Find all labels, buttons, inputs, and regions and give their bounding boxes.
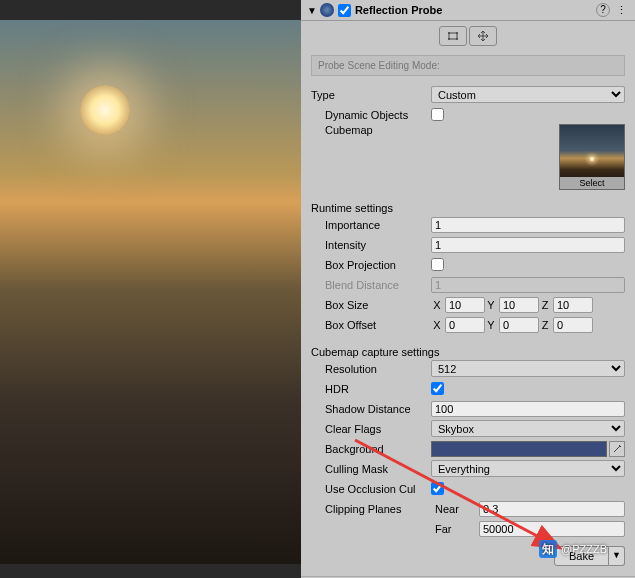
importance-field[interactable] bbox=[431, 217, 625, 233]
resolution-label: Resolution bbox=[325, 363, 431, 375]
editing-mode-label: Probe Scene Editing Mode: bbox=[311, 55, 625, 76]
far-field[interactable] bbox=[479, 521, 625, 537]
box-offset-label: Box Offset bbox=[325, 319, 431, 331]
x-label: X bbox=[431, 299, 445, 311]
clear-flags-label: Clear Flags bbox=[325, 423, 431, 435]
z-label: Z bbox=[539, 299, 553, 311]
bake-button[interactable]: Bake bbox=[554, 546, 609, 566]
scene-statusbar bbox=[0, 564, 301, 578]
eyedropper-button[interactable] bbox=[609, 441, 625, 457]
type-dropdown[interactable]: Custom bbox=[431, 86, 625, 103]
component-title: Reflection Probe bbox=[355, 4, 596, 16]
far-label: Far bbox=[431, 523, 479, 535]
reflection-probe-icon bbox=[320, 3, 334, 17]
move-icon bbox=[476, 30, 490, 42]
z-label: Z bbox=[539, 319, 553, 331]
component-enable-checkbox[interactable] bbox=[338, 4, 351, 17]
blend-distance-field bbox=[431, 277, 625, 293]
runtime-section-label: Runtime settings bbox=[311, 202, 445, 214]
resolution-dropdown[interactable]: 512 bbox=[431, 360, 625, 377]
component-menu-icon[interactable]: ⋮ bbox=[613, 4, 629, 17]
scene-sun-icon bbox=[80, 85, 130, 135]
edit-origin-button[interactable] bbox=[469, 26, 497, 46]
dynamic-objects-checkbox[interactable] bbox=[431, 108, 444, 121]
near-label: Near bbox=[431, 503, 479, 515]
box-projection-checkbox[interactable] bbox=[431, 258, 444, 271]
eyedropper-icon bbox=[612, 444, 622, 454]
fold-toggle-icon[interactable]: ▼ bbox=[307, 5, 317, 16]
shadow-distance-field[interactable] bbox=[431, 401, 625, 417]
clipping-planes-label: Clipping Planes bbox=[325, 503, 431, 515]
box-size-x-field[interactable] bbox=[445, 297, 485, 313]
help-icon[interactable]: ? bbox=[596, 3, 610, 17]
cubemap-label: Cubemap bbox=[325, 124, 431, 136]
shadow-distance-label: Shadow Distance bbox=[325, 403, 431, 415]
capture-section-label: Cubemap capture settings bbox=[311, 346, 491, 358]
box-offset-z-field[interactable] bbox=[553, 317, 593, 333]
dynamic-objects-label: Dynamic Objects bbox=[325, 109, 431, 121]
clear-flags-dropdown[interactable]: Skybox bbox=[431, 420, 625, 437]
scene-view[interactable] bbox=[0, 0, 301, 578]
hdr-checkbox[interactable] bbox=[431, 382, 444, 395]
hdr-label: HDR bbox=[325, 383, 431, 395]
scene-toolbar bbox=[0, 0, 301, 20]
intensity-field[interactable] bbox=[431, 237, 625, 253]
svg-point-1 bbox=[448, 32, 450, 34]
near-field[interactable] bbox=[479, 501, 625, 517]
edit-bounds-button[interactable] bbox=[439, 26, 467, 46]
box-size-label: Box Size bbox=[325, 299, 431, 311]
cubemap-select-label: Select bbox=[560, 177, 624, 189]
cubemap-thumbnail-icon bbox=[590, 157, 594, 161]
bounds-icon bbox=[446, 30, 460, 42]
box-size-y-field[interactable] bbox=[499, 297, 539, 313]
box-offset-y-field[interactable] bbox=[499, 317, 539, 333]
culling-mask-dropdown[interactable]: Everything bbox=[431, 460, 625, 477]
svg-point-4 bbox=[456, 38, 458, 40]
box-size-z-field[interactable] bbox=[553, 297, 593, 313]
importance-label: Importance bbox=[325, 219, 431, 231]
component-header: ▼ Reflection Probe ? ⋮ bbox=[301, 0, 635, 21]
use-occlusion-checkbox[interactable] bbox=[431, 482, 444, 495]
box-projection-label: Box Projection bbox=[325, 259, 431, 271]
blend-distance-label: Blend Distance bbox=[325, 279, 431, 291]
svg-point-3 bbox=[448, 38, 450, 40]
svg-point-2 bbox=[456, 32, 458, 34]
culling-mask-label: Culling Mask bbox=[325, 463, 431, 475]
type-label: Type bbox=[311, 89, 431, 101]
box-offset-x-field[interactable] bbox=[445, 317, 485, 333]
bake-dropdown-button[interactable]: ▼ bbox=[609, 546, 625, 566]
background-label: Background bbox=[325, 443, 431, 455]
cubemap-object-field[interactable]: Select bbox=[559, 124, 625, 190]
background-color-field[interactable] bbox=[431, 441, 607, 457]
y-label: Y bbox=[485, 299, 499, 311]
use-occlusion-label: Use Occlusion Cul bbox=[325, 483, 431, 495]
inspector-panel: ▼ Reflection Probe ? ⋮ Probe Scene Editi… bbox=[301, 0, 635, 578]
probe-edit-toolbar bbox=[301, 21, 635, 51]
intensity-label: Intensity bbox=[325, 239, 431, 251]
x-label: X bbox=[431, 319, 445, 331]
y-label: Y bbox=[485, 319, 499, 331]
svg-rect-0 bbox=[449, 33, 457, 39]
